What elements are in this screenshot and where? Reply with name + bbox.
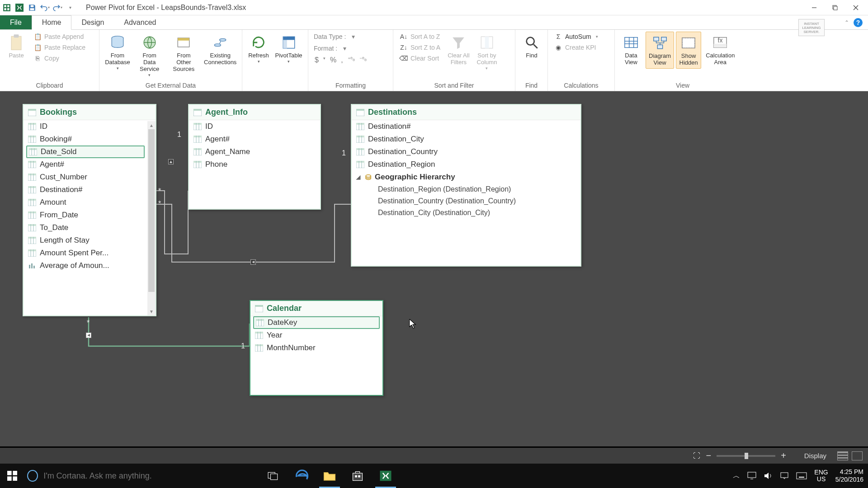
- edge-app[interactable]: [288, 464, 316, 488]
- tab-design[interactable]: Design: [71, 15, 114, 29]
- field-id[interactable]: ID: [24, 120, 147, 133]
- qat-customize-icon[interactable]: ▾: [65, 3, 75, 13]
- display-label[interactable]: Display: [793, 452, 837, 460]
- tray-expand-icon[interactable]: ︿: [733, 471, 740, 481]
- hierarchy-level[interactable]: Destination_City (Destination_City): [352, 207, 580, 219]
- excel-app[interactable]: [372, 464, 400, 488]
- hierarchy-level[interactable]: Destination_Country (Destination_Country…: [352, 195, 580, 207]
- field-date-sold[interactable]: Date_Sold: [26, 145, 145, 158]
- collapse-icon[interactable]: ◢: [356, 174, 362, 180]
- table-agent-info[interactable]: Agent_Info IDAgent#Agent_NamePhone: [188, 104, 321, 210]
- data-view-button[interactable]: Data View: [618, 32, 644, 68]
- fit-to-screen-icon[interactable]: ⛶: [693, 452, 700, 460]
- minimize-button[interactable]: [804, 0, 825, 15]
- monitor-icon[interactable]: [747, 472, 756, 480]
- field-to-date[interactable]: To_Date: [24, 221, 147, 234]
- field-from-date[interactable]: From_Date: [24, 209, 147, 221]
- help-icon[interactable]: ?: [854, 18, 863, 27]
- start-button[interactable]: [0, 464, 24, 488]
- table-bookings[interactable]: Bookings IDBooking#Date_SoldAgent#Cust_N…: [23, 104, 156, 316]
- close-button[interactable]: [845, 0, 866, 15]
- hierarchy-geographic[interactable]: ◢⛁Geographic Hierarchy: [352, 171, 580, 183]
- task-view-button[interactable]: [259, 464, 288, 488]
- from-data-service-button[interactable]: From Data Service ▾: [134, 32, 165, 79]
- tab-advanced[interactable]: Advanced: [114, 15, 166, 29]
- search-input[interactable]: [43, 471, 225, 481]
- scroll-thumb[interactable]: [148, 129, 155, 292]
- store-app[interactable]: [344, 464, 372, 488]
- field-destination-[interactable]: Destination#: [352, 120, 580, 133]
- datatype-selector[interactable]: Data Type :▾: [312, 32, 360, 42]
- collapse-ribbon-icon[interactable]: ⌃: [844, 19, 849, 26]
- zoom-in-button[interactable]: +: [781, 450, 786, 461]
- tab-file[interactable]: File: [0, 15, 32, 29]
- clear-filters-button[interactable]: Clear All Filters: [445, 32, 472, 68]
- field-phone[interactable]: Phone: [189, 158, 320, 171]
- keyboard-icon[interactable]: [796, 472, 807, 479]
- field-average-of-amoun-[interactable]: Average of Amoun...: [24, 259, 147, 272]
- layout-grid-icon[interactable]: [837, 451, 848, 460]
- field-amount-spent-per-[interactable]: Amount Spent Per...: [24, 247, 147, 259]
- file-explorer-app[interactable]: [316, 464, 344, 488]
- paste-append-button[interactable]: 📋Paste Append: [31, 32, 88, 42]
- field-destination-[interactable]: Destination#: [24, 183, 147, 196]
- comma-format-button[interactable]: ,: [341, 56, 343, 64]
- refresh-button[interactable]: Refresh ▾: [246, 32, 271, 66]
- paste-button[interactable]: Paste: [4, 32, 29, 61]
- redo-icon[interactable]: ▾: [52, 3, 62, 13]
- scroll-up-icon[interactable]: ▲: [147, 121, 156, 129]
- undo-icon[interactable]: ▾: [40, 3, 50, 13]
- locale-indicator[interactable]: US: [814, 476, 828, 483]
- field-id[interactable]: ID: [189, 120, 320, 133]
- diagram-view-button[interactable]: Diagram View: [646, 32, 674, 69]
- field-agent-name[interactable]: Agent_Name: [189, 145, 320, 158]
- field-datekey[interactable]: DateKey: [253, 316, 380, 329]
- field-length-of-stay[interactable]: Length of Stay: [24, 234, 147, 247]
- table-calendar[interactable]: Calendar DateKeyYearMonthNumber: [250, 300, 383, 396]
- field-destination-region[interactable]: Destination_Region: [352, 158, 580, 171]
- field-year[interactable]: Year: [250, 329, 382, 342]
- scrollbar[interactable]: ▲ ▼: [147, 121, 156, 315]
- table-destinations[interactable]: Destinations Destination#Destination_Cit…: [351, 104, 581, 267]
- tab-home[interactable]: Home: [32, 15, 72, 30]
- increase-decimal-button[interactable]: ⁺⁰₀: [348, 56, 355, 64]
- sort-za-button[interactable]: Z↓Sort Z to A: [397, 42, 443, 52]
- pivottable-button[interactable]: PivotTable ▾: [273, 32, 304, 66]
- language-indicator[interactable]: ENG: [814, 469, 828, 476]
- format-selector[interactable]: Format :▾: [312, 43, 352, 53]
- show-hidden-button[interactable]: Show Hidden: [676, 32, 701, 69]
- clock[interactable]: 4:25 PM 5/20/2016: [835, 468, 863, 483]
- action-center-icon[interactable]: [780, 472, 789, 480]
- scroll-down-icon[interactable]: ▼: [147, 307, 156, 315]
- find-button[interactable]: Find: [519, 32, 544, 61]
- decrease-decimal-button[interactable]: ⁻⁰₀: [359, 56, 367, 64]
- from-other-sources-button[interactable]: From Other Sources: [167, 32, 200, 75]
- layout-diagram-icon[interactable]: [852, 451, 863, 460]
- clear-sort-button[interactable]: ⌫Clear Sort: [397, 53, 443, 63]
- hierarchy-level[interactable]: Destination_Region (Destination_Region): [352, 183, 580, 195]
- field-agent-[interactable]: Agent#: [189, 133, 320, 145]
- existing-connections-button[interactable]: Existing Connections: [202, 32, 238, 68]
- zoom-out-button[interactable]: −: [706, 450, 711, 461]
- cortana-search[interactable]: [24, 464, 232, 488]
- field-amount[interactable]: Amount: [24, 196, 147, 209]
- copy-button[interactable]: ⎘Copy: [31, 53, 88, 63]
- paste-replace-button[interactable]: 📋Paste Replace: [31, 42, 88, 52]
- field-destination-city[interactable]: Destination_City: [352, 133, 580, 145]
- autosum-button[interactable]: ΣAutoSum▾: [552, 32, 601, 42]
- excel-icon[interactable]: [14, 3, 24, 13]
- field-cust-number[interactable]: Cust_Number: [24, 171, 147, 183]
- from-database-button[interactable]: From Database ▾: [103, 32, 132, 72]
- maximize-button[interactable]: [825, 0, 845, 15]
- field-monthnumber[interactable]: MonthNumber: [250, 342, 382, 354]
- percent-format-button[interactable]: %: [330, 56, 336, 64]
- create-kpi-button[interactable]: ◉Create KPI: [552, 42, 601, 52]
- sort-az-button[interactable]: A↓Sort A to Z: [397, 32, 443, 42]
- calculation-area-button[interactable]: fx Calculation Area: [703, 32, 737, 68]
- currency-format-button[interactable]: $: [315, 56, 319, 64]
- volume-icon[interactable]: [764, 472, 773, 480]
- zoom-slider[interactable]: [717, 455, 775, 457]
- field-agent-[interactable]: Agent#: [24, 158, 147, 171]
- save-icon[interactable]: [27, 3, 37, 13]
- diagram-canvas[interactable]: 1 * 1 * * 1 Bookings IDBooking#Date_Sold…: [0, 91, 868, 446]
